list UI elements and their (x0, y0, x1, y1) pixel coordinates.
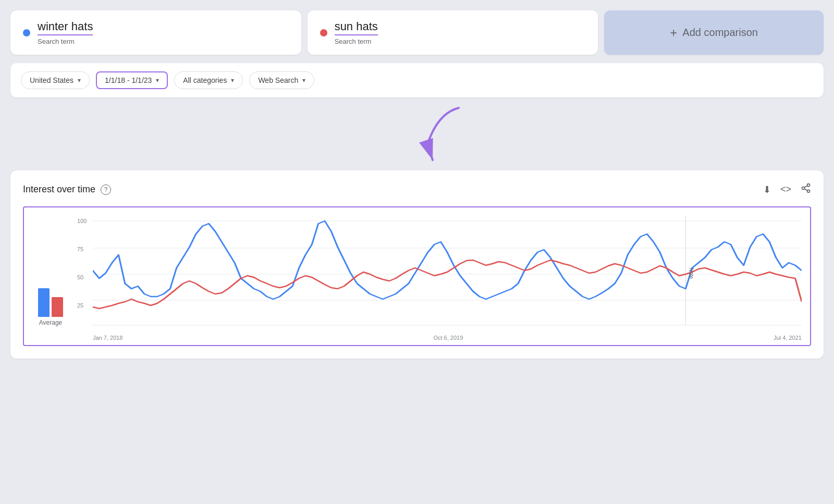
x-label-oct-2019: Oct 6, 2019 (433, 335, 463, 341)
winter-hats-dot (23, 29, 30, 36)
y-label-25: 25 (77, 302, 93, 309)
svg-line-5 (804, 186, 807, 187)
svg-point-2 (802, 187, 805, 190)
embed-icon[interactable]: <> (780, 184, 791, 195)
winter-hats-name: winter hats (38, 20, 93, 35)
location-label: United States (30, 76, 73, 84)
sun-hats-info: sun hats Search term (335, 20, 378, 45)
average-bars (38, 286, 63, 317)
help-icon[interactable]: ? (101, 185, 111, 195)
chart-main-area: 100 75 50 25 (77, 216, 802, 341)
search-type-filter[interactable]: Web Search ▾ (249, 71, 314, 89)
share-icon[interactable] (801, 183, 811, 196)
interest-over-time-card: Interest over time ? ⬇ <> Av (10, 170, 824, 359)
date-range-label: 1/1/18 - 1/1/23 (105, 76, 152, 84)
add-comparison-button[interactable]: + Add comparison (604, 10, 824, 55)
search-terms-row: winter hats Search term sun hats Search … (10, 10, 824, 55)
y-label-100: 100 (77, 218, 93, 224)
x-label-jan-2018: Jan 7, 2018 (93, 335, 123, 341)
interest-header: Interest over time ? ⬇ <> (23, 183, 811, 196)
location-filter[interactable]: United States ▾ (21, 71, 90, 89)
y-label-50: 50 (77, 274, 93, 280)
time-series-chart: Note (93, 216, 802, 330)
search-type-chevron-icon: ▾ (302, 77, 305, 84)
filters-row: United States ▾ 1/1/18 - 1/1/23 ▾ All ca… (10, 63, 824, 97)
interest-title: Interest over time (23, 184, 95, 195)
search-type-label: Web Search (258, 76, 298, 84)
interest-actions: ⬇ <> (763, 183, 811, 196)
category-label: All categories (183, 76, 227, 84)
plus-icon: + (670, 26, 677, 40)
interest-title-group: Interest over time ? (23, 184, 111, 195)
arrow-annotation (42, 103, 824, 165)
svg-line-4 (804, 189, 807, 190)
x-label-jul-2021: Jul 4, 2021 (774, 335, 802, 341)
chart-container: Average 100 75 50 25 (23, 206, 811, 346)
y-label-75: 75 (77, 246, 93, 252)
arrow-svg (386, 103, 480, 165)
location-chevron-icon: ▾ (78, 77, 81, 84)
avg-bar-blue (38, 288, 50, 317)
average-label: Average (39, 319, 62, 326)
date-chevron-icon: ▾ (156, 77, 159, 84)
winter-hats-info: winter hats Search term (38, 20, 93, 45)
sun-hats-dot (320, 29, 327, 36)
winter-hats-label: Search term (38, 38, 93, 45)
svg-text:Note: Note (688, 268, 694, 279)
svg-point-1 (807, 184, 810, 187)
search-term-card-sun-hats[interactable]: sun hats Search term (308, 10, 598, 55)
category-chevron-icon: ▾ (231, 77, 234, 84)
date-range-filter[interactable]: 1/1/18 - 1/1/23 ▾ (96, 71, 168, 89)
sun-hats-name: sun hats (335, 20, 378, 35)
x-axis-labels: Jan 7, 2018 Oct 6, 2019 Jul 4, 2021 (93, 333, 802, 341)
svg-point-3 (807, 190, 810, 192)
download-icon[interactable]: ⬇ (763, 184, 771, 195)
avg-bar-red (52, 297, 63, 317)
search-term-card-winter-hats[interactable]: winter hats Search term (10, 10, 301, 55)
category-filter[interactable]: All categories ▾ (174, 71, 243, 89)
chart-sidebar: Average (32, 216, 69, 341)
add-comparison-label: Add comparison (682, 27, 758, 39)
sun-hats-label: Search term (335, 38, 378, 45)
